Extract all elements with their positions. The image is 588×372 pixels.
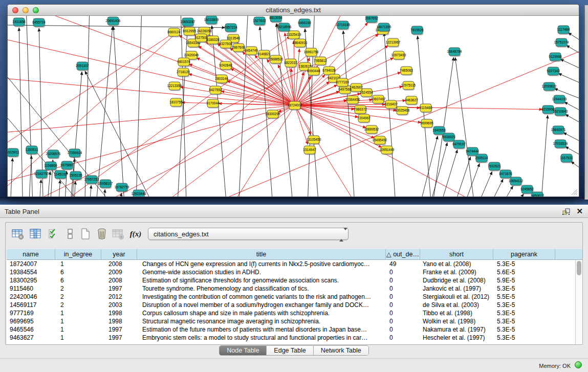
graph-edge[interactable] xyxy=(295,105,542,110)
table-cell[interactable]: Estimation of the future numbers of pati… xyxy=(137,325,386,334)
graph-node[interactable]: 20691406 xyxy=(106,17,121,26)
table-cell[interactable]: 2008 xyxy=(101,260,137,268)
table-cell[interactable]: 0 xyxy=(386,325,420,334)
table-row[interactable]: 946554611997Estimation of the future num… xyxy=(7,325,582,334)
table-row[interactable]: 1830029562008Estimation of significance … xyxy=(7,276,582,285)
graph-node[interactable]: 7204967 xyxy=(357,114,371,123)
graph-node[interactable]: 9327508 xyxy=(219,40,232,49)
table-cell[interactable]: 1 xyxy=(55,334,101,342)
table-row[interactable]: 911546021997Tourette syndrome. Phenomeno… xyxy=(7,285,582,293)
graph-node[interactable]: 12213359 xyxy=(167,82,182,91)
graph-node[interactable]: 1505135 xyxy=(69,171,82,181)
table-cell[interactable]: 1998 xyxy=(101,309,137,317)
graph-node[interactable]: 1167531 xyxy=(560,154,573,163)
graph-node[interactable]: 15688520 xyxy=(269,55,284,64)
table-cell[interactable]: 0 xyxy=(386,334,420,342)
graph-node[interactable]: 9170044 xyxy=(206,99,220,108)
graph-node[interactable]: 8186328 xyxy=(206,36,220,45)
table-vertical-scrollbar[interactable] xyxy=(575,260,582,344)
graph-edge[interactable] xyxy=(483,179,503,196)
graph-node[interactable]: 15751074 xyxy=(554,38,569,48)
graph-node[interactable]: 12975115 xyxy=(401,81,416,91)
graph-edge[interactable] xyxy=(459,163,480,196)
graph-edge[interactable] xyxy=(10,158,13,196)
graph-edge[interactable] xyxy=(223,105,295,196)
tab-node-table[interactable]: Node Table xyxy=(220,346,267,355)
graph-node[interactable]: 9450612 xyxy=(531,192,544,196)
graph-node[interactable]: 19218596 xyxy=(277,23,292,32)
table-row[interactable]: 1938455462009Genome-wide association stu… xyxy=(7,268,582,276)
table-cell[interactable]: 5.3E-5 xyxy=(493,334,555,342)
graph-node[interactable]: 7857224 xyxy=(224,24,237,33)
graph-node[interactable]: 1931856 xyxy=(12,18,26,27)
graph-edge[interactable] xyxy=(295,85,337,105)
table-cell[interactable]: 5.3E-5 xyxy=(493,309,555,317)
graph-node[interactable]: 12444193 xyxy=(552,95,567,104)
graph-edge[interactable] xyxy=(8,34,172,149)
graph-node[interactable]: 8912955 xyxy=(183,27,196,36)
graph-edge[interactable] xyxy=(558,73,579,85)
network-canvas[interactable]: 1872400718300295181075512213359271812022… xyxy=(8,16,579,196)
table-cell[interactable]: Franke et al. (2009) xyxy=(420,268,493,276)
graph-node[interactable]: 8427552 xyxy=(209,86,222,95)
table-row[interactable]: 977716911998Corpus callosum shape and si… xyxy=(7,309,582,317)
graph-edge[interactable] xyxy=(95,27,113,196)
graph-node[interactable]: 16210643 xyxy=(553,107,568,117)
table-row[interactable]: 1456911722003Disruption of a novel membe… xyxy=(7,301,582,309)
float-panel-icon[interactable] xyxy=(562,208,570,215)
table-cell[interactable]: 5.3E-5 xyxy=(493,325,555,334)
graph-node[interactable]: 2867608 xyxy=(232,43,245,53)
graph-edge[interactable] xyxy=(436,150,458,196)
table-cell[interactable]: 6 xyxy=(55,268,101,276)
table-cell[interactable]: Yano et al. (2008) xyxy=(420,260,493,268)
graph-edge[interactable] xyxy=(19,28,23,196)
window-titlebar[interactable]: citations_edges.txt xyxy=(8,5,579,16)
graph-edge[interactable] xyxy=(540,115,548,196)
table-cell[interactable]: Jankovic et al. (1997) xyxy=(420,285,493,293)
graph-node[interactable]: 8454749 xyxy=(245,47,258,56)
graph-node[interactable]: 8822037 xyxy=(284,59,297,68)
column-header-5[interactable]: short xyxy=(420,249,493,259)
graph-node[interactable]: 1117484 xyxy=(557,26,570,35)
column-header-3[interactable]: title xyxy=(137,249,386,259)
trash-icon[interactable] xyxy=(95,227,109,241)
table-cell[interactable]: 2 xyxy=(55,293,101,301)
table-cell[interactable]: Dudbridge et al. (2008) xyxy=(420,276,493,285)
graph-node[interactable]: 6455724 xyxy=(32,18,46,28)
graph-edge[interactable] xyxy=(565,114,579,126)
table-row[interactable]: 2242004622012Investigating the contribut… xyxy=(7,293,582,301)
graph-node[interactable]: 9777169 xyxy=(336,78,349,87)
column-header-4[interactable]: △ out_de… xyxy=(386,249,420,259)
graph-node[interactable]: 9127508 xyxy=(194,34,208,43)
graph-node[interactable]: 8471676 xyxy=(499,170,512,179)
graph-node[interactable]: 8990448 xyxy=(307,67,320,76)
table-cell[interactable]: Investigating the contribution of common… xyxy=(137,293,386,301)
table-row[interactable]: 946362711997Embryonic stem cells: a mode… xyxy=(7,334,582,342)
scrollbar-thumb[interactable] xyxy=(577,261,581,275)
graph-node[interactable]: 8660124 xyxy=(167,28,181,37)
graph-node[interactable]: 13105450 xyxy=(307,136,321,145)
table-cell[interactable]: Tourette syndrome. Phenomenology and cla… xyxy=(137,285,386,293)
graph-node[interactable]: 6466160 xyxy=(298,19,311,28)
graph-edge[interactable] xyxy=(26,16,33,196)
select-rows-check-icon[interactable] xyxy=(47,227,61,241)
column-header-0[interactable]: name xyxy=(7,249,55,259)
graph-edge[interactable] xyxy=(471,171,492,196)
graph-node[interactable]: 7955812 xyxy=(314,57,327,66)
graph-node[interactable]: 20206576 xyxy=(46,150,61,159)
table-cell[interactable]: Hescheler et al. (1997) xyxy=(420,334,493,342)
table-cell[interactable]: 9465546 xyxy=(7,325,55,334)
table-cell[interactable]: Structural magnetic resonance image aver… xyxy=(137,317,386,325)
table-cell[interactable]: 9115460 xyxy=(7,285,55,293)
table-cell[interactable]: Changes of HCN gene expression and I(f) … xyxy=(137,260,386,268)
table-cell[interactable]: 2012 xyxy=(101,293,137,301)
table-cell[interactable]: 2009 xyxy=(101,268,137,276)
table-cell[interactable]: 5.3E-5 xyxy=(493,301,555,309)
graph-node[interactable]: 2718120 xyxy=(177,68,190,77)
graph-edge[interactable] xyxy=(568,33,579,44)
table-cell[interactable]: 49 xyxy=(386,260,420,268)
table-cell[interactable]: 2 xyxy=(55,285,101,293)
graph-node[interactable]: 6479197 xyxy=(452,140,466,149)
graph-node[interactable]: 9975887 xyxy=(60,161,74,170)
graph-node[interactable]: 9801574 xyxy=(177,58,190,67)
